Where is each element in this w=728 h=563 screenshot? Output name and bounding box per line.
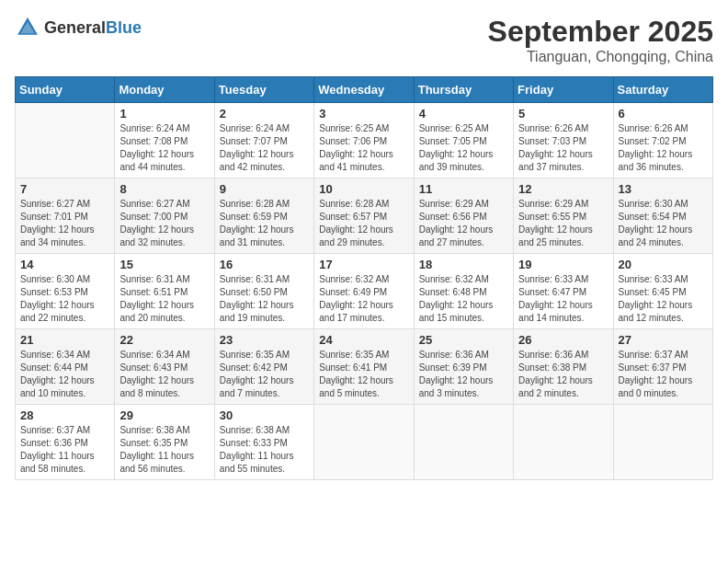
cell-info: Sunrise: 6:34 AMSunset: 6:43 PMDaylight:… (119, 349, 209, 400)
day-number: 6 (619, 107, 708, 121)
calendar-table: SundayMondayTuesdayWednesdayThursdayFrid… (15, 76, 713, 480)
cell-info: Sunrise: 6:30 AMSunset: 6:54 PMDaylight:… (619, 198, 708, 249)
calendar-cell (414, 405, 513, 480)
day-number: 24 (319, 333, 408, 347)
cell-info: Sunrise: 6:27 AMSunset: 7:00 PMDaylight:… (119, 198, 209, 249)
calendar-cell: 26Sunrise: 6:36 AMSunset: 6:38 PMDayligh… (514, 329, 613, 405)
calendar-week-row: 1Sunrise: 6:24 AMSunset: 7:08 PMDaylight… (16, 103, 713, 178)
calendar-cell: 2Sunrise: 6:24 AMSunset: 7:07 PMDaylight… (214, 103, 313, 178)
calendar-cell: 3Sunrise: 6:25 AMSunset: 7:06 PMDaylight… (314, 103, 414, 178)
cell-info: Sunrise: 6:32 AMSunset: 6:48 PMDaylight:… (419, 273, 508, 325)
day-number: 17 (319, 258, 408, 271)
calendar-cell: 11Sunrise: 6:29 AMSunset: 6:56 PMDayligh… (414, 178, 513, 254)
logo-general: General (44, 18, 106, 37)
cell-info: Sunrise: 6:36 AMSunset: 6:38 PMDaylight:… (518, 349, 608, 400)
cell-info: Sunrise: 6:35 AMSunset: 6:42 PMDaylight:… (220, 349, 309, 400)
cell-info: Sunrise: 6:32 AMSunset: 6:49 PMDaylight:… (319, 273, 408, 325)
calendar-header-row: SundayMondayTuesdayWednesdayThursdayFrid… (16, 77, 713, 103)
day-number: 11 (419, 182, 508, 196)
cell-info: Sunrise: 6:35 AMSunset: 6:41 PMDaylight:… (319, 349, 408, 400)
day-number: 25 (419, 333, 508, 347)
day-number: 20 (619, 258, 708, 271)
day-number: 13 (619, 182, 708, 196)
weekday-header: Wednesday (314, 77, 414, 103)
logo: GeneralBlue (15, 15, 142, 40)
cell-info: Sunrise: 6:27 AMSunset: 7:01 PMDaylight:… (20, 198, 109, 249)
cell-info: Sunrise: 6:33 AMSunset: 6:45 PMDaylight:… (619, 273, 708, 325)
day-number: 27 (619, 333, 708, 347)
cell-info: Sunrise: 6:26 AMSunset: 7:03 PMDaylight:… (518, 122, 608, 174)
calendar-cell: 20Sunrise: 6:33 AMSunset: 6:45 PMDayligh… (613, 254, 712, 329)
calendar-cell (16, 103, 115, 178)
calendar-cell: 16Sunrise: 6:31 AMSunset: 6:50 PMDayligh… (214, 254, 313, 329)
calendar-cell: 25Sunrise: 6:36 AMSunset: 6:39 PMDayligh… (414, 329, 513, 405)
day-number: 10 (319, 182, 408, 196)
day-number: 18 (419, 258, 508, 271)
calendar-cell: 1Sunrise: 6:24 AMSunset: 7:08 PMDaylight… (115, 103, 214, 178)
cell-info: Sunrise: 6:28 AMSunset: 6:59 PMDaylight:… (220, 198, 309, 249)
weekday-header: Sunday (16, 77, 115, 103)
cell-info: Sunrise: 6:31 AMSunset: 6:50 PMDaylight:… (220, 273, 309, 325)
calendar-cell: 4Sunrise: 6:25 AMSunset: 7:05 PMDaylight… (414, 103, 513, 178)
day-number: 4 (419, 107, 508, 121)
title-block: September 2025 Tianguan, Chongqing, Chin… (488, 15, 713, 65)
day-number: 30 (220, 408, 309, 422)
day-number: 14 (20, 258, 109, 271)
day-number: 5 (518, 107, 608, 121)
logo-icon (15, 15, 40, 40)
weekday-header: Monday (115, 77, 214, 103)
weekday-header: Thursday (414, 77, 513, 103)
calendar-cell: 14Sunrise: 6:30 AMSunset: 6:53 PMDayligh… (16, 254, 115, 329)
logo-blue: Blue (106, 18, 142, 37)
day-number: 3 (319, 107, 408, 121)
cell-info: Sunrise: 6:24 AMSunset: 7:08 PMDaylight:… (119, 122, 209, 174)
calendar-cell: 21Sunrise: 6:34 AMSunset: 6:44 PMDayligh… (16, 329, 115, 405)
calendar-week-row: 7Sunrise: 6:27 AMSunset: 7:01 PMDaylight… (16, 178, 713, 254)
day-number: 7 (20, 182, 109, 196)
month-year-title: September 2025 (488, 15, 713, 49)
calendar-cell: 29Sunrise: 6:38 AMSunset: 6:35 PMDayligh… (115, 405, 214, 480)
calendar-cell: 22Sunrise: 6:34 AMSunset: 6:43 PMDayligh… (115, 329, 214, 405)
calendar-cell: 24Sunrise: 6:35 AMSunset: 6:41 PMDayligh… (314, 329, 414, 405)
calendar-cell: 9Sunrise: 6:28 AMSunset: 6:59 PMDaylight… (214, 178, 313, 254)
calendar-cell (514, 405, 613, 480)
calendar-cell: 13Sunrise: 6:30 AMSunset: 6:54 PMDayligh… (613, 178, 712, 254)
weekday-header: Friday (514, 77, 613, 103)
day-number: 12 (518, 182, 608, 196)
day-number: 22 (119, 333, 209, 347)
cell-info: Sunrise: 6:30 AMSunset: 6:53 PMDaylight:… (20, 273, 109, 325)
cell-info: Sunrise: 6:29 AMSunset: 6:55 PMDaylight:… (518, 198, 608, 249)
day-number: 1 (119, 107, 209, 121)
calendar-cell: 6Sunrise: 6:26 AMSunset: 7:02 PMDaylight… (613, 103, 712, 178)
calendar-week-row: 21Sunrise: 6:34 AMSunset: 6:44 PMDayligh… (16, 329, 713, 405)
calendar-cell: 12Sunrise: 6:29 AMSunset: 6:55 PMDayligh… (514, 178, 613, 254)
calendar-cell: 18Sunrise: 6:32 AMSunset: 6:48 PMDayligh… (414, 254, 513, 329)
cell-info: Sunrise: 6:33 AMSunset: 6:47 PMDaylight:… (518, 273, 608, 325)
day-number: 28 (20, 408, 109, 422)
calendar-cell: 23Sunrise: 6:35 AMSunset: 6:42 PMDayligh… (214, 329, 313, 405)
day-number: 26 (518, 333, 608, 347)
day-number: 16 (220, 258, 309, 271)
calendar-cell: 8Sunrise: 6:27 AMSunset: 7:00 PMDaylight… (115, 178, 214, 254)
cell-info: Sunrise: 6:37 AMSunset: 6:36 PMDaylight:… (20, 424, 109, 476)
cell-info: Sunrise: 6:37 AMSunset: 6:37 PMDaylight:… (619, 349, 708, 400)
calendar-cell: 30Sunrise: 6:38 AMSunset: 6:33 PMDayligh… (214, 405, 313, 480)
calendar-week-row: 14Sunrise: 6:30 AMSunset: 6:53 PMDayligh… (16, 254, 713, 329)
page-header: GeneralBlue September 2025 Tianguan, Cho… (15, 15, 713, 65)
day-number: 21 (20, 333, 109, 347)
day-number: 23 (220, 333, 309, 347)
cell-info: Sunrise: 6:29 AMSunset: 6:56 PMDaylight:… (419, 198, 508, 249)
calendar-cell: 15Sunrise: 6:31 AMSunset: 6:51 PMDayligh… (115, 254, 214, 329)
cell-info: Sunrise: 6:25 AMSunset: 7:06 PMDaylight:… (319, 122, 408, 174)
day-number: 2 (220, 107, 309, 121)
day-number: 29 (119, 408, 209, 422)
cell-info: Sunrise: 6:24 AMSunset: 7:07 PMDaylight:… (220, 122, 309, 174)
cell-info: Sunrise: 6:26 AMSunset: 7:02 PMDaylight:… (619, 122, 708, 174)
cell-info: Sunrise: 6:28 AMSunset: 6:57 PMDaylight:… (319, 198, 408, 249)
calendar-cell: 10Sunrise: 6:28 AMSunset: 6:57 PMDayligh… (314, 178, 414, 254)
weekday-header: Tuesday (214, 77, 313, 103)
cell-info: Sunrise: 6:25 AMSunset: 7:05 PMDaylight:… (419, 122, 508, 174)
cell-info: Sunrise: 6:31 AMSunset: 6:51 PMDaylight:… (119, 273, 209, 325)
day-number: 15 (119, 258, 209, 271)
cell-info: Sunrise: 6:38 AMSunset: 6:33 PMDaylight:… (220, 424, 309, 476)
